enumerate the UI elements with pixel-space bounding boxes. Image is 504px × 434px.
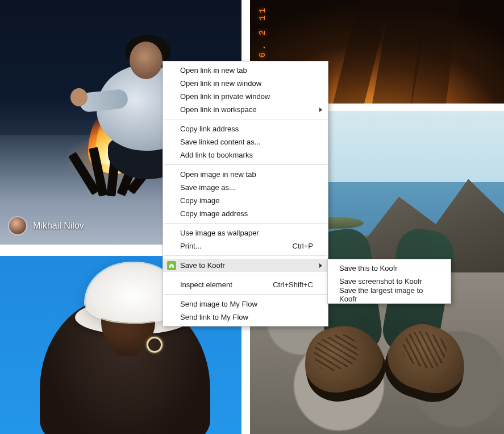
menu-item-label: Save linked content as... (180, 138, 261, 146)
menu-item-send-image-my-flow[interactable]: Send image to My Flow (163, 297, 328, 311)
menu-separator (164, 164, 327, 165)
menu-item-use-image-as-wallpaper[interactable]: Use image as wallpaper (163, 226, 328, 239)
menu-item-label: Copy image (180, 196, 219, 205)
menu-item-open-link-new-tab[interactable]: Open link in new tab (163, 64, 328, 77)
menu-item-shortcut: Ctrl+Shift+C (273, 280, 313, 289)
menu-item-send-link-my-flow[interactable]: Send link to My Flow (163, 311, 328, 324)
menu-item-open-link-new-window[interactable]: Open link in new window (163, 77, 328, 90)
menu-item-label: Send link to My Flow (180, 313, 248, 321)
menu-item-label: Open link in new window (180, 79, 261, 88)
uploader-avatar[interactable] (9, 217, 26, 234)
menu-item-print[interactable]: Print... Ctrl+P (163, 239, 328, 253)
menu-item-shortcut: Ctrl+P (293, 242, 313, 250)
menu-item-copy-image[interactable]: Copy image (163, 194, 328, 207)
menu-item-open-image-new-tab[interactable]: Open image in new tab (163, 168, 328, 181)
menu-item-label: Open link in workspace (180, 105, 256, 114)
menu-item-label: Copy link address (180, 125, 239, 133)
context-menu: Open link in new tab Open link in new wi… (163, 61, 328, 326)
menu-item-copy-link-address[interactable]: Copy link address (163, 122, 328, 135)
menu-item-open-link-workspace[interactable]: Open link in workspace (163, 103, 328, 116)
menu-item-save-image-as[interactable]: Save image as... (163, 181, 328, 194)
menu-item-label: Save to Koofr (180, 261, 225, 270)
menu-separator (164, 119, 327, 119)
menu-separator (164, 275, 327, 275)
menu-separator (164, 255, 327, 256)
film-timestamp-overlay: 6. 2 11 (258, 6, 268, 57)
menu-item-label: Use image as wallpaper (180, 229, 259, 237)
menu-item-inspect-element[interactable]: Inspect element Ctrl+Shift+C (163, 278, 328, 291)
menu-item-label: Inspect element (180, 280, 232, 289)
menu-item-label: Send image to My Flow (180, 300, 257, 308)
menu-item-open-link-private-window[interactable]: Open link in private window (163, 90, 328, 103)
menu-item-label: Save this to Koofr (339, 264, 398, 272)
menu-item-label: Save screenshot to Koofr (339, 277, 422, 286)
menu-item-label: Add link to bookmarks (180, 151, 253, 159)
uploader-name[interactable]: Mikhail Nilov (33, 221, 84, 231)
menu-item-label: Open link in private window (180, 92, 270, 101)
koofr-icon (167, 261, 176, 270)
menu-item-label: Open link in new tab (180, 66, 247, 75)
menu-item-save-linked-content-as[interactable]: Save linked content as... (163, 135, 328, 148)
menu-item-label: Copy image address (180, 209, 248, 218)
submenu-item-save-this-to-koofr[interactable]: Save this to Koofr (328, 262, 451, 275)
menu-item-label: Print... (180, 242, 202, 250)
menu-item-label: Open image in new tab (180, 170, 256, 179)
menu-item-label: Save the largest image to Koofr (339, 286, 441, 303)
uploader-badge[interactable]: Mikhail Nilov (9, 217, 84, 234)
menu-item-add-link-to-bookmarks[interactable]: Add link to bookmarks (163, 148, 328, 162)
koofr-submenu: Save this to Koofr Save screenshot to Ko… (327, 259, 451, 304)
menu-item-save-to-koofr[interactable]: Save to Koofr (163, 259, 328, 272)
photo-earring (147, 337, 163, 353)
menu-separator (164, 294, 327, 295)
menu-item-label: Save image as... (180, 183, 235, 192)
menu-item-copy-image-address[interactable]: Copy image address (163, 207, 328, 220)
menu-separator (164, 223, 327, 224)
submenu-item-save-largest-image-to-koofr[interactable]: Save the largest image to Koofr (328, 288, 451, 301)
